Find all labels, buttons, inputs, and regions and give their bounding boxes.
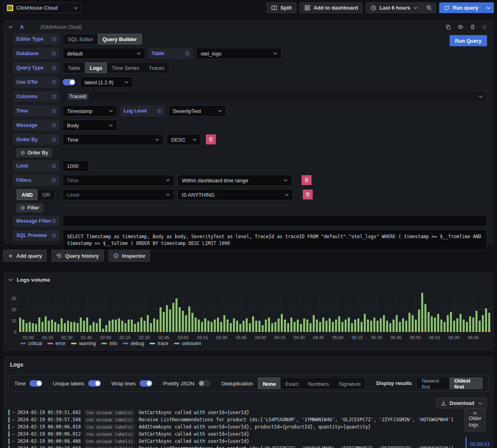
- info-icon[interactable]: [51, 233, 56, 238]
- option-logs[interactable]: Logs: [85, 63, 107, 73]
- split-button[interactable]: Split: [266, 2, 296, 13]
- otel-version-select[interactable]: latest (1.2.9): [80, 77, 133, 88]
- remove-query-trash-icon[interactable]: [470, 24, 475, 30]
- info-icon[interactable]: [51, 123, 56, 128]
- option-sql-editor[interactable]: SQL Editor: [63, 34, 98, 44]
- option-none[interactable]: None: [258, 378, 281, 389]
- legend-item-error[interactable]: error: [47, 341, 65, 346]
- log-row[interactable]: >2024-02-19 05:59:57.548(no unique label…: [8, 416, 463, 423]
- log-labels-chip[interactable]: (no unique labels): [84, 446, 135, 448]
- log-labels-chip[interactable]: (no unique labels): [84, 424, 135, 430]
- order-direction-select[interactable]: DESC: [167, 134, 201, 145]
- info-icon[interactable]: [51, 94, 56, 99]
- add-filter-button[interactable]: Filter: [16, 203, 43, 212]
- add-query-button[interactable]: Add query: [3, 250, 47, 262]
- info-icon[interactable]: [51, 219, 56, 223]
- volume-bar: [185, 315, 187, 332]
- info-icon[interactable]: [51, 65, 56, 70]
- info-icon[interactable]: [51, 51, 56, 56]
- info-icon[interactable]: [51, 178, 56, 183]
- log-row[interactable]: >2024-02-19 06:00:06.010(no unique label…: [8, 423, 463, 430]
- time-column-select[interactable]: Timestamp: [63, 105, 117, 116]
- download-button[interactable]: Download: [436, 398, 487, 409]
- option-or[interactable]: OR: [37, 189, 55, 200]
- expand-log-icon[interactable]: >: [12, 446, 14, 448]
- info-icon[interactable]: [51, 164, 56, 168]
- legend-item-trace[interactable]: trace: [150, 341, 168, 346]
- legend-item-critical[interactable]: critical: [20, 341, 42, 346]
- collapse-chevron-icon[interactable]: [8, 26, 13, 28]
- option-time-series[interactable]: Time Series: [107, 63, 144, 73]
- info-icon[interactable]: [51, 109, 56, 113]
- time-range-picker[interactable]: Last 6 hours: [366, 3, 422, 13]
- option-exact[interactable]: Exact: [280, 378, 303, 389]
- option-oldest-first[interactable]: Oldest first: [450, 378, 482, 389]
- columns-multiselect[interactable]: TraceId: [63, 91, 487, 102]
- info-icon[interactable]: [185, 51, 190, 56]
- older-logs-button[interactable]: Olderlogs: [464, 409, 486, 432]
- expand-log-icon[interactable]: >: [12, 439, 14, 443]
- remove-filter2-button[interactable]: [303, 189, 313, 199]
- log-labels-chip[interactable]: (no unique labels): [84, 431, 135, 437]
- prettify-json-toggle[interactable]: [198, 380, 211, 387]
- remove-filter-button[interactable]: [302, 175, 312, 185]
- option-traces[interactable]: Traces: [144, 63, 169, 73]
- run-query-button[interactable]: Run query: [439, 2, 483, 13]
- filter-field-select[interactable]: Time: [63, 175, 174, 186]
- logs-volume-chart[interactable]: 010203001:0001:1501:3001:4502:0002:1502:…: [19, 295, 492, 332]
- filter2-field-select[interactable]: Level: [63, 189, 174, 200]
- option-signature[interactable]: Signature: [334, 378, 366, 389]
- log-row[interactable]: >2024-02-19 06:00:06.012(no unique label…: [8, 430, 463, 438]
- filter-operator-select[interactable]: Within dashboard time range: [178, 175, 292, 186]
- message-column-select[interactable]: Body: [63, 120, 117, 131]
- column-chip[interactable]: TraceId: [67, 93, 89, 100]
- hide-response-eye-icon[interactable]: [458, 24, 463, 30]
- info-icon[interactable]: [51, 137, 56, 142]
- option-numbers[interactable]: Numbers: [303, 378, 334, 389]
- table-select[interactable]: otel_logs: [196, 48, 282, 59]
- limit-input[interactable]: 1000: [63, 160, 89, 172]
- message-filter-input[interactable]: [63, 215, 487, 227]
- log-row[interactable]: >2024-02-19 06:00:18.663(no unique label…: [8, 445, 463, 448]
- log-labels-chip[interactable]: (no unique labels): [84, 438, 135, 444]
- expand-log-icon[interactable]: >: [12, 432, 14, 436]
- order-by-field-select[interactable]: Time: [63, 134, 164, 145]
- zoom-out-button[interactable]: [422, 3, 436, 13]
- datasource-picker[interactable]: ClickHouse Cloud: [3, 2, 81, 13]
- legend-item-warning[interactable]: warning: [71, 341, 96, 346]
- run-query-panel-button[interactable]: Run Query: [450, 35, 487, 46]
- expand-log-icon[interactable]: >: [12, 418, 14, 422]
- expand-log-icon[interactable]: >: [12, 411, 14, 414]
- inspector-button[interactable]: Inspector: [108, 250, 150, 262]
- legend-item-info[interactable]: info: [101, 341, 117, 346]
- log-row[interactable]: >2024-02-19 05:59:51.692(no unique label…: [8, 409, 463, 416]
- expand-log-icon[interactable]: >: [12, 425, 14, 429]
- log-labels-chip[interactable]: (no unique labels): [84, 417, 135, 423]
- run-query-options-button[interactable]: [483, 2, 494, 13]
- time-toggle[interactable]: [30, 380, 42, 387]
- filter2-operator-select[interactable]: IS ANYTHING: [178, 189, 293, 200]
- drag-handle-icon[interactable]: [482, 24, 487, 30]
- option-and[interactable]: AND: [17, 189, 37, 200]
- info-icon[interactable]: [51, 37, 56, 41]
- legend-item-debug[interactable]: debug: [123, 341, 144, 346]
- collapse-chevron-icon[interactable]: [8, 278, 13, 281]
- wrap-lines-toggle[interactable]: [140, 380, 152, 387]
- option-table[interactable]: Table: [63, 63, 85, 73]
- log-level-column-select[interactable]: SeverityText: [168, 105, 226, 116]
- option-query-builder[interactable]: Query Builder: [98, 34, 142, 44]
- log-row[interactable]: >2024-02-19 06:00:08.486(no unique label…: [8, 438, 463, 445]
- query-history-button[interactable]: Query history: [51, 250, 104, 262]
- info-icon[interactable]: [157, 109, 162, 113]
- database-select[interactable]: default: [63, 48, 145, 59]
- remove-order-by-button[interactable]: [206, 134, 216, 144]
- unique-labels-toggle[interactable]: [88, 380, 101, 387]
- log-labels-chip[interactable]: (no unique labels): [84, 410, 135, 416]
- legend-item-unknown[interactable]: unknown: [174, 341, 201, 346]
- option-newest-first[interactable]: Newest first: [417, 378, 450, 389]
- add-to-dashboard-button[interactable]: Add to dashboard: [300, 2, 363, 13]
- use-otel-toggle[interactable]: [63, 79, 75, 85]
- add-order-by-button[interactable]: Order By: [16, 148, 52, 157]
- info-icon[interactable]: [51, 80, 56, 85]
- duplicate-query-icon[interactable]: [446, 24, 451, 30]
